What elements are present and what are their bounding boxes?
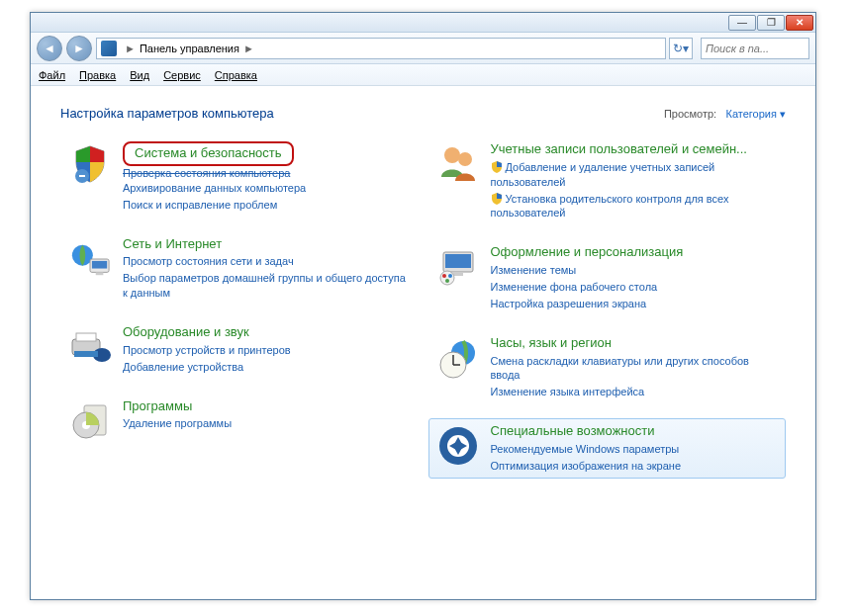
menu-tools[interactable]: Сервис — [163, 69, 201, 81]
sub-link[interactable]: Добавление устройства — [123, 360, 412, 375]
view-dropdown[interactable]: Категория ▾ — [726, 108, 786, 120]
category-link[interactable]: Сеть и Интернет — [123, 236, 222, 251]
sub-link[interactable]: Архивирование данных компьютера — [123, 181, 412, 196]
svg-point-14 — [458, 152, 472, 166]
menu-bar: Файл Правка Вид Сервис Справка — [31, 64, 815, 86]
svg-point-13 — [444, 147, 460, 163]
category-network: Сеть и Интернет Просмотр состояния сети … — [60, 231, 419, 306]
sub-link[interactable]: Смена раскладки клавиатуры или других сп… — [491, 354, 780, 384]
nav-bar: ◄ ► ► Панель управления ► ↻▾ — [31, 33, 815, 64]
titlebar: — ❐ ✕ — [31, 13, 815, 33]
category-link[interactable]: Оформление и персонализация — [491, 244, 684, 259]
sub-link[interactable]: Поиск и исправление проблем — [123, 198, 412, 213]
back-button[interactable]: ◄ — [37, 36, 62, 61]
category-link[interactable]: Программы — [123, 398, 192, 413]
disc-box-icon — [67, 398, 113, 444]
view-selector: Просмотр: Категория ▾ — [664, 107, 786, 121]
category-user-accounts: Учетные записи пользователей и семейн...… — [428, 136, 787, 225]
category-hardware: Оборудование и звук Просмотр устройств и… — [60, 319, 419, 380]
control-panel-window: — ❐ ✕ ◄ ► ► Панель управления ► ↻▾ Файл … — [30, 12, 816, 600]
svg-point-21 — [445, 279, 449, 283]
svg-rect-16 — [445, 254, 471, 268]
svg-rect-1 — [79, 175, 85, 177]
sub-link[interactable]: Просмотр устройств и принтеров — [123, 343, 412, 358]
sub-link[interactable]: Удаление программы — [123, 416, 412, 431]
content-area: Настройка параметров компьютера Просмотр… — [31, 86, 815, 599]
left-column: Система и безопасность Проверка состояни… — [60, 136, 419, 479]
category-link[interactable]: Часы, язык и регион — [491, 335, 612, 350]
uac-shield-icon — [491, 193, 503, 205]
shield-icon — [67, 141, 113, 187]
sub-link[interactable]: Добавление и удаление учетных записей по… — [491, 160, 780, 190]
breadcrumb-arrow-icon[interactable]: ► — [243, 43, 254, 54]
svg-rect-7 — [76, 333, 96, 341]
categories-grid: Система и безопасность Проверка состояни… — [60, 136, 786, 479]
printer-hardware-icon — [67, 324, 113, 370]
sub-link[interactable]: Просмотр состояния сети и задач — [123, 254, 412, 269]
category-link[interactable]: Учетные записи пользователей и семейн... — [491, 141, 747, 156]
uac-shield-icon — [491, 161, 503, 173]
clock-globe-icon — [435, 335, 481, 381]
people-icon — [435, 141, 481, 187]
right-column: Учетные записи пользователей и семейн...… — [428, 136, 787, 479]
svg-rect-17 — [453, 272, 463, 276]
category-link[interactable]: Специальные возможности — [491, 423, 655, 438]
menu-edit[interactable]: Правка — [79, 69, 116, 81]
highlight-annotation: Система и безопасность — [123, 141, 294, 166]
menu-file[interactable]: Файл — [39, 69, 65, 81]
minimize-button[interactable]: — — [728, 15, 756, 31]
category-appearance: Оформление и персонализация Изменение те… — [428, 239, 787, 315]
page-title: Настройка параметров компьютера — [60, 106, 274, 121]
category-programs: Программы Удаление программы — [60, 394, 419, 449]
view-label: Просмотр: — [664, 108, 716, 120]
breadcrumb[interactable]: Панель управления — [140, 43, 239, 54]
sub-link[interactable]: Настройка разрешения экрана — [491, 297, 780, 311]
sub-link[interactable]: Изменение темы — [491, 263, 780, 278]
forward-button[interactable]: ► — [66, 36, 92, 61]
close-button[interactable]: ✕ — [786, 15, 813, 31]
refresh-button[interactable]: ↻▾ — [669, 38, 693, 59]
control-panel-icon — [101, 41, 117, 56]
breadcrumb-arrow-icon: ► — [125, 43, 136, 54]
menu-view[interactable]: Вид — [130, 69, 149, 81]
search-input[interactable] — [701, 38, 809, 59]
ease-of-access-icon — [435, 423, 481, 469]
svg-rect-9 — [74, 351, 98, 357]
heading-row: Настройка параметров компьютера Просмотр… — [60, 106, 786, 121]
sub-link[interactable]: Оптимизация изображения на экране — [491, 459, 780, 474]
category-system-security: Система и безопасность Проверка состояни… — [60, 136, 419, 218]
svg-rect-4 — [92, 260, 107, 268]
sub-link[interactable]: Изменение фона рабочего стола — [491, 280, 780, 295]
svg-point-19 — [442, 274, 446, 278]
category-clock-region: Часы, язык и регион Смена раскладки клав… — [428, 330, 787, 404]
monitor-palette-icon — [435, 244, 481, 290]
svg-point-20 — [448, 274, 452, 278]
sub-link[interactable]: Рекомендуемые Windows параметры — [491, 442, 780, 457]
sub-link[interactable]: Выбор параметров домашней группы и общег… — [123, 271, 412, 301]
maximize-button[interactable]: ❐ — [757, 15, 785, 31]
svg-rect-5 — [96, 272, 104, 275]
category-link[interactable]: Оборудование и звук — [123, 324, 249, 339]
globe-network-icon — [67, 236, 113, 282]
menu-help[interactable]: Справка — [215, 69, 257, 81]
category-link[interactable]: Система и безопасность — [135, 145, 282, 160]
address-bar[interactable]: ► Панель управления ► — [96, 38, 666, 59]
sub-link-struck[interactable]: Проверка состояния компьютера — [123, 167, 412, 179]
sub-link[interactable]: Установка родительского контроля для все… — [491, 192, 780, 221]
category-accessibility: Специальные возможности Рекомендуемые Wi… — [428, 418, 787, 479]
sub-link[interactable]: Изменение языка интерфейса — [491, 385, 780, 399]
